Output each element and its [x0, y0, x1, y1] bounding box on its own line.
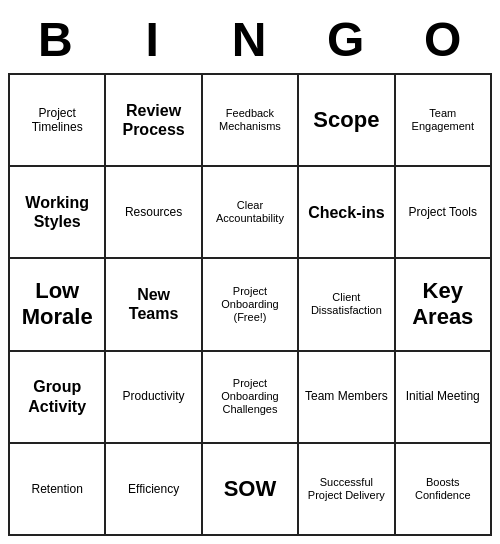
cell-r1-c2[interactable]: Clear Accountability [202, 166, 298, 258]
cell-r3-c0[interactable]: Group Activity [9, 351, 105, 443]
cell-r2-c0[interactable]: Low Morale [9, 258, 105, 350]
title-i: I [105, 12, 202, 67]
title-g: G [298, 12, 395, 67]
cell-r4-c1[interactable]: Efficiency [105, 443, 201, 535]
cell-r0-c4[interactable]: Team Engagement [395, 74, 491, 166]
cell-r1-c3[interactable]: Check-ins [298, 166, 394, 258]
cell-r4-c2[interactable]: SOW [202, 443, 298, 535]
cell-r4-c4[interactable]: Boosts Confidence [395, 443, 491, 535]
cell-r2-c3[interactable]: Client Dissatisfaction [298, 258, 394, 350]
cell-r0-c3[interactable]: Scope [298, 74, 394, 166]
cell-r2-c1[interactable]: New Teams [105, 258, 201, 350]
cell-r1-c1[interactable]: Resources [105, 166, 201, 258]
title-o: O [395, 12, 492, 67]
cell-r2-c2[interactable]: Project Onboarding (Free!) [202, 258, 298, 350]
cell-r2-c4[interactable]: Key Areas [395, 258, 491, 350]
cell-r3-c3[interactable]: Team Members [298, 351, 394, 443]
cell-r0-c1[interactable]: Review Process [105, 74, 201, 166]
cell-r4-c0[interactable]: Retention [9, 443, 105, 535]
cell-r3-c1[interactable]: Productivity [105, 351, 201, 443]
cell-r4-c3[interactable]: Successful Project Delivery [298, 443, 394, 535]
bingo-grid: Project TimelinesReview ProcessFeedback … [8, 73, 492, 536]
cell-r3-c4[interactable]: Initial Meeting [395, 351, 491, 443]
cell-r0-c2[interactable]: Feedback Mechanisms [202, 74, 298, 166]
cell-r1-c4[interactable]: Project Tools [395, 166, 491, 258]
cell-r0-c0[interactable]: Project Timelines [9, 74, 105, 166]
cell-r1-c0[interactable]: Working Styles [9, 166, 105, 258]
bingo-title: B I N G O [8, 8, 492, 73]
title-n: N [202, 12, 299, 67]
title-b: B [8, 12, 105, 67]
cell-r3-c2[interactable]: Project Onboarding Challenges [202, 351, 298, 443]
